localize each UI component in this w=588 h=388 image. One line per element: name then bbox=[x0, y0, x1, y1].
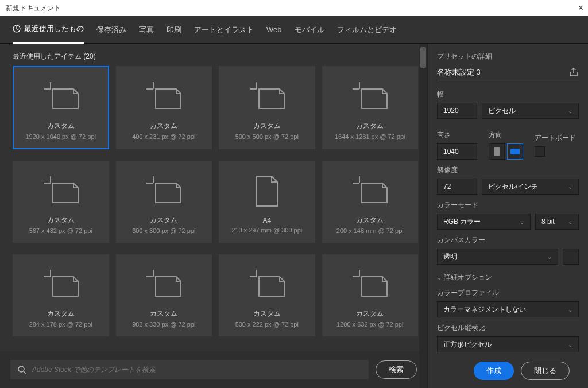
preset-card-dims: 500 x 500 px @ 72 ppi bbox=[235, 133, 299, 140]
preset-card[interactable]: カスタム982 x 330 px @ 72 ppi bbox=[116, 254, 212, 336]
custom-doc-icon bbox=[42, 172, 79, 208]
tab-film[interactable]: フィルムとビデオ bbox=[337, 16, 397, 44]
svg-line-2 bbox=[24, 371, 26, 374]
search-icon bbox=[17, 365, 26, 374]
preset-card-name: カスタム bbox=[253, 121, 281, 131]
tab-mobile[interactable]: モバイル bbox=[295, 16, 324, 44]
orientation-portrait[interactable] bbox=[489, 143, 505, 160]
close-button[interactable]: 閉じる bbox=[521, 362, 570, 380]
colormode-label: カラーモード bbox=[437, 200, 579, 210]
tab-art[interactable]: アートとイラスト bbox=[194, 16, 254, 44]
preset-card-dims: 982 x 330 px @ 72 ppi bbox=[132, 321, 195, 328]
tab-web[interactable]: Web bbox=[266, 16, 282, 44]
preset-card-name: カスタム bbox=[47, 121, 75, 131]
preset-card[interactable]: カスタム500 x 500 px @ 72 ppi bbox=[219, 66, 315, 149]
tab-recent[interactable]: 最近使用したもの bbox=[13, 16, 84, 44]
unit-select[interactable]: ピクセル⌄ bbox=[482, 103, 579, 119]
svg-point-1 bbox=[18, 366, 24, 372]
preset-card-name: カスタム bbox=[150, 309, 177, 319]
save-preset-icon[interactable] bbox=[568, 67, 579, 77]
chevron-down-icon: ⌄ bbox=[437, 274, 442, 281]
preset-card-dims: 600 x 300 px @ 72 ppi bbox=[132, 227, 195, 234]
tab-label: 印刷 bbox=[167, 25, 181, 35]
background-label: カンバスカラー bbox=[437, 235, 579, 245]
preset-card-dims: 567 x 432 px @ 72 ppi bbox=[29, 227, 92, 234]
advanced-toggle[interactable]: ⌄ 詳細オプション bbox=[437, 273, 579, 282]
chevron-down-icon: ⌄ bbox=[520, 219, 524, 225]
background-select[interactable]: 透明⌄ bbox=[437, 249, 558, 265]
preset-card[interactable]: カスタム400 x 231 px @ 72 ppi bbox=[116, 66, 212, 149]
preset-card[interactable]: カスタム1644 x 1281 px @ 72 ppi bbox=[322, 66, 419, 149]
stock-search[interactable] bbox=[10, 360, 369, 379]
tab-label: Web bbox=[266, 25, 282, 34]
resolution-label: 解像度 bbox=[437, 165, 579, 175]
search-button[interactable]: 検索 bbox=[376, 360, 417, 379]
category-tabs: 最近使用したもの保存済み写真印刷アートとイラストWebモバイルフィルムとビデオ bbox=[0, 16, 588, 44]
custom-doc-icon bbox=[42, 265, 79, 302]
preset-card-dims: 400 x 231 px @ 72 ppi bbox=[132, 133, 195, 140]
chevron-down-icon: ⌄ bbox=[568, 219, 572, 225]
custom-doc-icon bbox=[351, 265, 388, 302]
preset-card-name: A4 bbox=[262, 216, 271, 224]
preset-card-dims: 1644 x 1281 px @ 72 ppi bbox=[335, 133, 405, 140]
colormode-select[interactable]: RGB カラー⌄ bbox=[437, 214, 531, 230]
profile-label: カラープロファイル bbox=[437, 288, 579, 298]
preset-card[interactable]: カスタム1200 x 632 px @ 72 ppi bbox=[322, 254, 419, 336]
custom-doc-icon bbox=[249, 265, 285, 302]
preset-card[interactable]: カスタム1920 x 1040 px @ 72 ppi bbox=[13, 66, 109, 149]
search-input[interactable] bbox=[32, 366, 362, 374]
preset-card-name: カスタム bbox=[47, 215, 75, 225]
tab-label: 写真 bbox=[139, 25, 154, 35]
preset-card[interactable]: カスタム284 x 178 px @ 72 ppi bbox=[13, 254, 109, 336]
preset-name-field[interactable]: 名称未設定 3 bbox=[437, 67, 481, 77]
tab-label: アートとイラスト bbox=[194, 25, 254, 35]
orientation-label: 方向 bbox=[489, 130, 523, 140]
preset-card-dims: 1920 x 1040 px @ 72 ppi bbox=[26, 133, 96, 140]
close-icon[interactable]: × bbox=[578, 3, 583, 13]
height-input[interactable]: 1040 bbox=[437, 143, 477, 160]
custom-doc-icon bbox=[145, 77, 182, 114]
scrollbar[interactable] bbox=[419, 44, 427, 388]
custom-doc-icon bbox=[42, 77, 79, 114]
preset-card-dims: 200 x 148 mm @ 72 ppi bbox=[336, 227, 404, 234]
width-label: 幅 bbox=[437, 90, 579, 99]
custom-doc-icon bbox=[145, 265, 182, 302]
tab-label: フィルムとビデオ bbox=[337, 25, 397, 35]
custom-doc-icon bbox=[351, 77, 388, 114]
custom-doc-icon bbox=[145, 172, 182, 208]
preset-card[interactable]: カスタム500 x 222 px @ 72 ppi bbox=[219, 254, 315, 336]
scrollbar-thumb[interactable] bbox=[420, 47, 426, 68]
resolution-unit-select[interactable]: ピクセル/インチ⌄ bbox=[482, 179, 579, 195]
pixelratio-select[interactable]: 正方形ピクセル⌄ bbox=[437, 336, 579, 352]
preset-card-dims: 500 x 222 px @ 72 ppi bbox=[235, 321, 299, 328]
chevron-down-icon: ⌄ bbox=[568, 306, 572, 313]
create-button[interactable]: 作成 bbox=[474, 362, 514, 380]
page-icon bbox=[254, 173, 280, 209]
preset-card-name: カスタム bbox=[356, 309, 384, 319]
preset-card[interactable]: カスタム600 x 300 px @ 72 ppi bbox=[116, 161, 212, 243]
tab-print[interactable]: 印刷 bbox=[167, 16, 181, 44]
tab-label: 保存済み bbox=[96, 25, 126, 35]
preset-card-name: カスタム bbox=[150, 215, 177, 225]
tab-saved[interactable]: 保存済み bbox=[96, 16, 126, 44]
chevron-down-icon: ⌄ bbox=[568, 184, 572, 190]
preset-card[interactable]: カスタム567 x 432 px @ 72 ppi bbox=[13, 161, 109, 243]
preset-card-dims: 284 x 178 px @ 72 ppi bbox=[29, 321, 92, 328]
preset-grid: カスタム1920 x 1040 px @ 72 ppiカスタム400 x 231… bbox=[13, 66, 418, 348]
tab-label: モバイル bbox=[295, 25, 324, 35]
preset-card[interactable]: カスタム200 x 148 mm @ 72 ppi bbox=[322, 161, 419, 243]
preset-card-name: カスタム bbox=[150, 121, 177, 131]
tab-photo[interactable]: 写真 bbox=[139, 16, 154, 44]
artboard-checkbox[interactable] bbox=[535, 146, 545, 157]
custom-doc-icon bbox=[351, 172, 388, 208]
preset-card-dims: 210 x 297 mm @ 300 ppi bbox=[231, 227, 302, 234]
window-title: 新規ドキュメント bbox=[6, 3, 61, 13]
resolution-input[interactable]: 72 bbox=[437, 179, 477, 195]
profile-select[interactable]: カラーマネジメントしない⌄ bbox=[437, 301, 579, 317]
preset-card[interactable]: A4210 x 297 mm @ 300 ppi bbox=[219, 161, 315, 243]
background-swatch[interactable] bbox=[563, 249, 579, 265]
orientation-landscape[interactable] bbox=[507, 143, 523, 160]
width-input[interactable]: 1920 bbox=[437, 103, 477, 119]
pixelratio-label: ピクセル縦横比 bbox=[437, 323, 579, 333]
bitdepth-select[interactable]: 8 bit⌄ bbox=[535, 214, 579, 230]
